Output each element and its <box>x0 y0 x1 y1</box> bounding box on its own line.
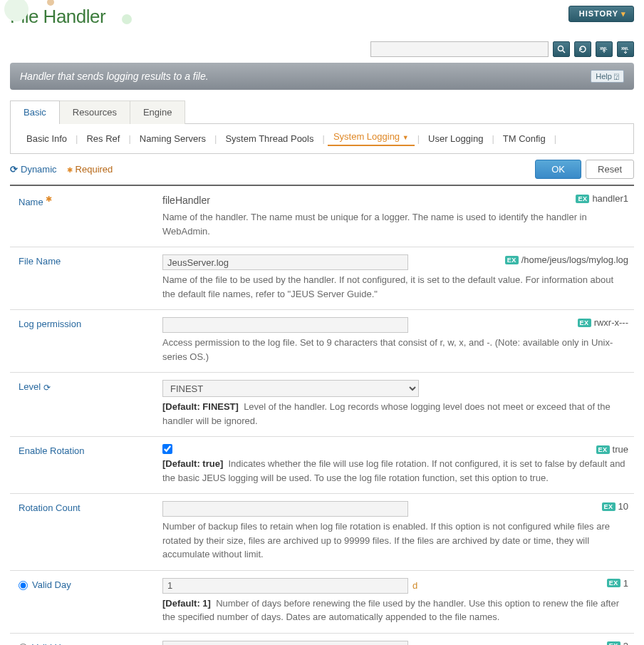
row-rotation: Enable Rotation EXtrue [Default: true] I… <box>10 437 634 494</box>
example-rotation: EXtrue <box>596 444 628 455</box>
subtab-naming-servers[interactable]: Naming Servers <box>134 133 212 144</box>
sub-tabs: Basic Info| Res Ref| Naming Servers| Sys… <box>10 124 634 154</box>
svg-point-0 <box>559 46 564 51</box>
input-filename[interactable] <box>162 254 408 270</box>
search-icon[interactable] <box>553 41 570 57</box>
page-title: File Handler <box>10 6 634 28</box>
config-form: Name ✱ EXhandler1 fileHandler Name of th… <box>10 186 634 645</box>
legend-dynamic: Dynamic <box>10 164 57 175</box>
desc-validday: [Default: 1] Number of days before renew… <box>162 597 628 624</box>
example-rotcount: EX10 <box>602 501 628 512</box>
page-header: File Handler HISTORY▾ <box>0 0 644 36</box>
subtab-system-thread-pools[interactable]: System Thread Pools <box>219 133 319 144</box>
row-validday: Valid Day EX1 d [Default: 1] Number of d… <box>10 571 634 634</box>
checkbox-rotation[interactable] <box>162 444 172 454</box>
label-rotation: Enable Rotation <box>13 444 162 485</box>
input-validday[interactable] <box>162 578 408 594</box>
help-button[interactable]: Help <box>591 70 624 83</box>
subtab-res-ref[interactable]: Res Ref <box>80 133 125 144</box>
required-icon: ✱ <box>46 195 52 203</box>
select-level[interactable]: FINEST <box>162 380 419 397</box>
label-logperm: Log permission <box>13 317 162 363</box>
example-validhour: EX3 <box>607 641 628 646</box>
main-tabs: Basic Resources Engine <box>10 100 634 124</box>
ok-button[interactable]: OK <box>535 160 581 179</box>
svg-line-1 <box>563 51 565 53</box>
desc-rotcount: Number of backup files to retain when lo… <box>162 520 628 562</box>
search-toolbar: XML XML <box>0 36 644 63</box>
desc-filename: Name of the file to be used by the handl… <box>162 273 628 301</box>
example-name: EXhandler1 <box>576 193 628 204</box>
legend-row: Dynamic Required OK Reset <box>10 154 634 186</box>
row-filename: File Name EX/home/jeus/logs/mylog.log Na… <box>10 247 634 310</box>
description-banner: Handler that sends logging results to a … <box>10 63 634 90</box>
legend: Dynamic Required <box>10 164 113 175</box>
label-filename: File Name <box>13 254 162 301</box>
input-logperm[interactable] <box>162 317 408 333</box>
value-name: fileHandler <box>162 193 210 207</box>
legend-required: Required <box>67 164 113 175</box>
row-name: Name ✱ EXhandler1 fileHandler Name of th… <box>10 186 634 247</box>
label-validday: Valid Day <box>13 578 162 624</box>
desc-logperm: Access permission to the log file. Set t… <box>162 336 628 363</box>
row-rotcount: Rotation Count EX10 Number of backup fil… <box>10 494 634 571</box>
tab-resources[interactable]: Resources <box>59 100 130 124</box>
example-validday: EX1 <box>607 578 628 589</box>
xml-export-icon[interactable]: XML <box>617 41 634 57</box>
subtab-system-logging[interactable]: System Logging ▼ <box>328 131 415 146</box>
svg-text:XML: XML <box>621 46 629 51</box>
desc-name: Name of the handler. The name must be un… <box>162 210 628 238</box>
tab-engine[interactable]: Engine <box>130 100 185 124</box>
label-level: Level ⟳ <box>13 380 162 428</box>
chevron-down-icon: ▼ <box>402 134 409 141</box>
label-name: Name ✱ <box>13 193 162 238</box>
label-validhour: Valid Hour <box>13 641 162 646</box>
row-validhour: Valid Hour EX3 h Number of hours before … <box>10 634 634 646</box>
reset-button[interactable]: Reset <box>586 160 634 179</box>
dynamic-icon: ⟳ <box>43 383 51 393</box>
search-input[interactable] <box>370 41 549 57</box>
banner-text: Handler that sends logging results to a … <box>20 71 209 82</box>
example-logperm: EXrwxr-x--- <box>578 317 628 328</box>
unit-validday: d <box>412 580 417 591</box>
desc-rotation: [Default: true] Indicates whether the fi… <box>162 457 628 485</box>
label-rotcount: Rotation Count <box>13 501 162 562</box>
subtab-basic-info[interactable]: Basic Info <box>21 133 73 144</box>
row-level: Level ⟳ FINEST [Default: FINEST] Level o… <box>10 373 634 437</box>
subtab-tm-config[interactable]: TM Config <box>497 133 551 144</box>
xml-import-icon[interactable]: XML <box>596 41 613 57</box>
subtab-user-logging[interactable]: User Logging <box>422 133 489 144</box>
input-rotcount[interactable] <box>162 501 408 517</box>
tab-basic[interactable]: Basic <box>10 100 60 124</box>
input-validhour[interactable] <box>162 641 408 646</box>
row-logperm: Log permission EXrwxr-x--- Access permis… <box>10 310 634 373</box>
example-filename: EX/home/jeus/logs/mylog.log <box>505 254 628 265</box>
radio-validday[interactable] <box>19 581 28 590</box>
chevron-down-icon: ▾ <box>621 9 626 18</box>
history-label: HISTORY <box>579 9 618 18</box>
refresh-icon[interactable] <box>574 41 591 57</box>
history-button[interactable]: HISTORY▾ <box>568 6 634 22</box>
desc-level: [Default: FINEST] Level of the handler. … <box>162 400 628 428</box>
